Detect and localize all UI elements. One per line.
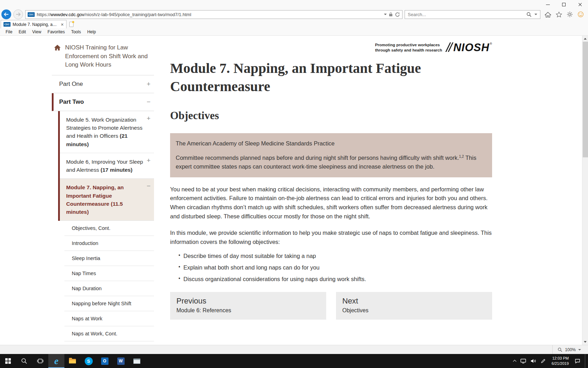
tab-bar: CDC Module 7. Napping, an Imp... × [0, 20, 588, 28]
sidebar-subitem[interactable]: Sleep Inertia [64, 251, 154, 266]
expand-plus-icon[interactable]: + [147, 157, 150, 164]
search-input[interactable] [408, 12, 524, 17]
taskbar-file-explorer-button[interactable] [64, 354, 80, 368]
menu-edit[interactable]: Edit [16, 29, 29, 35]
collapse-minus-icon[interactable]: − [147, 98, 150, 105]
maximize-button[interactable] [556, 0, 572, 9]
home-icon[interactable] [545, 12, 551, 18]
screen: CDC https://wwwdev.cdc.gov/niosh/z-lab-9… [0, 0, 588, 368]
gear-icon[interactable] [567, 11, 573, 18]
sidebar-subitem[interactable]: Nap Duration [64, 281, 154, 296]
menu-tools[interactable]: Tools [68, 29, 84, 35]
sidebar-item-part-one[interactable]: Part One + [52, 75, 154, 93]
module5-label: Module 5. Work Organization Strategies t… [66, 117, 142, 147]
tagline-line1: Promoting productive workplaces [375, 42, 442, 48]
taskbar-app-window-button[interactable] [129, 354, 145, 368]
vertical-scrollbar[interactable] [582, 36, 588, 345]
section-heading: Objectives [170, 109, 492, 122]
tab-close-icon[interactable]: × [61, 22, 64, 27]
sidebar-subitem[interactable]: Nap Times [64, 266, 154, 281]
forward-button[interactable] [13, 9, 23, 19]
sidebar-item-module6[interactable]: Module 6, Improving Your Sleep and Alert… [60, 153, 154, 179]
taskbar-clock[interactable]: 12:03 PM 6/21/2019 [550, 356, 570, 367]
page-container: NIOSH Training for Law Enforcement on Sh… [52, 36, 492, 341]
home-house-icon [54, 45, 61, 51]
next-button[interactable]: Next Objectives [336, 292, 492, 320]
scroll-up-arrow[interactable] [582, 36, 588, 42]
favorites-star-icon[interactable] [556, 12, 562, 18]
back-button[interactable] [1, 9, 11, 19]
volume-icon[interactable] [531, 359, 536, 363]
address-bar[interactable]: CDC https://wwwdev.cdc.gov/niosh/z-lab-9… [25, 10, 402, 19]
objective-item: Discuss organizational considerations fo… [170, 275, 492, 284]
previous-button[interactable]: Previous Module 6: References [170, 292, 326, 320]
refresh-icon[interactable] [395, 12, 400, 17]
address-dropdown-icon[interactable] [384, 14, 387, 15]
sidebar-home-title: NIOSH Training for Law Enforcement on Sh… [65, 43, 154, 69]
zoom-dropdown-icon[interactable] [578, 349, 581, 350]
sidebar-home-link[interactable]: NIOSH Training for Law Enforcement on Sh… [52, 39, 154, 75]
window-titlebar [0, 0, 588, 9]
logo-slash-icon [448, 42, 454, 52]
scrollbar-thumb[interactable] [583, 42, 588, 157]
menu-file[interactable]: File [3, 29, 15, 35]
clock-date: 6/21/2019 [552, 361, 569, 366]
taskbar-ie-button[interactable]: e [48, 354, 64, 368]
sidebar-item-module5[interactable]: Module 5. Work Organization Strategies t… [60, 111, 154, 153]
search-dropdown-icon[interactable] [534, 14, 537, 15]
menu-favorites[interactable]: Favorites [45, 29, 68, 35]
menu-bar: File Edit View Favorites Tools Help [0, 28, 588, 36]
sidebar-item-module7[interactable]: Module 7. Napping, an Important Fatigue … [60, 179, 154, 221]
show-desktop-button[interactable] [585, 354, 587, 368]
tab-module7[interactable]: CDC Module 7. Napping, an Imp... × [1, 20, 66, 28]
taskbar: e S O W 12:0 [0, 354, 588, 368]
collapse-minus-icon[interactable]: − [147, 183, 150, 189]
pen-icon[interactable] [541, 359, 546, 363]
sidebar-subitem[interactable]: Naps at Work [64, 311, 154, 326]
page-title: Module 7. Napping, an Important Fatigue … [170, 59, 457, 96]
url-domain: wwwdev.cdc.gov [50, 12, 84, 17]
system-tray: 12:03 PM 6/21/2019 [513, 354, 588, 368]
sidebar-subitem[interactable]: Objectives, Cont. [64, 221, 154, 236]
tray-chevron-up-icon[interactable] [513, 359, 516, 363]
minimize-button[interactable] [540, 0, 556, 9]
zoom-magnifier-icon [558, 347, 562, 352]
next-target: Objectives [342, 307, 486, 314]
zoom-control[interactable]: 100% [552, 345, 588, 354]
forward-arrow-icon [15, 12, 21, 17]
menu-help[interactable]: Help [84, 29, 99, 35]
expand-plus-icon[interactable]: + [147, 81, 150, 87]
part-two-label: Part Two [59, 98, 84, 105]
tab-favicon: CDC [4, 22, 10, 27]
action-center-icon[interactable] [575, 359, 580, 364]
smiley-feedback-icon[interactable] [578, 11, 584, 18]
niosh-logo: NIOSH ® [447, 42, 492, 53]
sidebar-subitem[interactable]: Introduction [64, 236, 154, 251]
network-icon[interactable] [520, 359, 526, 363]
zoom-level: 100% [565, 347, 576, 352]
sidebar-subitem[interactable]: Naps at Work, Cont. [64, 326, 154, 341]
sidebar-subitem[interactable]: Napping before Night Shift [64, 296, 154, 311]
menu-view[interactable]: View [29, 29, 44, 35]
niosh-masthead: Promoting productive workplaces through … [170, 37, 492, 54]
body-paragraph: You need to be at your best when making … [170, 185, 492, 221]
callout-heading-line: The American Academy of Sleep Medicine S… [176, 139, 486, 148]
taskbar-outlook-button[interactable]: O [97, 354, 113, 368]
start-button[interactable] [0, 354, 16, 368]
url-protocol: https:// [37, 12, 50, 17]
taskbar-word-button[interactable]: W [113, 354, 129, 368]
previous-label: Previous [176, 297, 320, 306]
expand-plus-icon[interactable]: + [147, 115, 150, 122]
part-one-label: Part One [59, 81, 83, 88]
close-button[interactable] [572, 0, 588, 9]
module7-subitem-list: Objectives, Cont. Introduction Sleep Ine… [64, 221, 154, 341]
search-icon[interactable] [526, 12, 532, 17]
search-box[interactable] [405, 10, 540, 19]
sidebar-item-part-two[interactable]: Part Two − [52, 93, 154, 111]
taskbar-search-button[interactable] [16, 354, 32, 368]
scroll-down-arrow[interactable] [582, 339, 588, 345]
taskbar-skype-button[interactable]: S [80, 354, 97, 368]
new-tab-button[interactable] [66, 20, 76, 28]
task-view-button[interactable] [32, 354, 48, 368]
maximize-icon [562, 3, 566, 6]
